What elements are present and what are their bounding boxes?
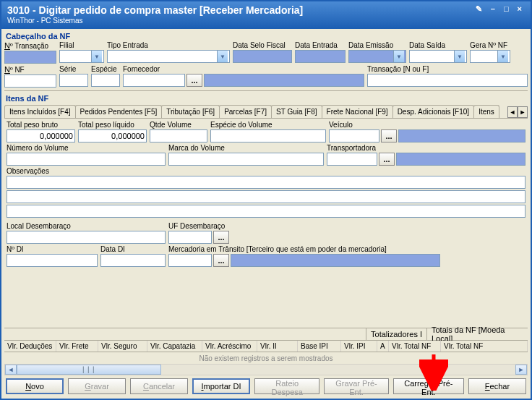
label-num-transacao: Nº Transação [4, 41, 56, 51]
veiculo-lookup-button[interactable]: ... [381, 129, 397, 142]
tabs: Itens Incluídos [F4] Pedidos Pendentes [… [4, 105, 528, 119]
importar-di-button[interactable]: Importar DI [192, 378, 250, 394]
gravar-button[interactable]: Gravar [68, 378, 126, 394]
section-itens: Itens da NF [4, 93, 528, 103]
scroll-thumb[interactable]: ┃┃┃ [17, 365, 161, 375]
data-di-input[interactable] [100, 254, 166, 267]
fornecedor-code-input[interactable] [123, 74, 185, 87]
col-ii[interactable]: Vlr. II [257, 341, 298, 352]
numero-volume-input[interactable] [7, 153, 166, 166]
tab-pedidos-pendentes[interactable]: Pedidos Pendentes [F5] [75, 105, 163, 118]
col-seguro[interactable]: Vlr. Seguro [98, 341, 147, 352]
label-data-di: Data DI [100, 245, 166, 254]
data-saida-combo[interactable]: ▼ [409, 50, 467, 63]
tab-desp-adicionais[interactable]: Desp. Adicionais [F10] [392, 105, 475, 118]
col-capatazia[interactable]: Vlr. Capatazia [147, 341, 202, 352]
label-num-nf: Nº NF [4, 65, 56, 75]
cancelar-button[interactable]: Cancelar [130, 378, 188, 394]
mercadoria-code-input[interactable] [168, 254, 212, 267]
num-nf-input[interactable] [4, 75, 56, 88]
fechar-button[interactable]: Fechar [468, 378, 526, 394]
mercadoria-name-input[interactable] [231, 254, 440, 267]
tab-scroll-left[interactable]: ◄ [507, 106, 518, 118]
total-liquido-input[interactable] [78, 129, 147, 142]
transportadora-code-input[interactable] [327, 153, 377, 166]
novo-button[interactable]: Novo [6, 378, 64, 394]
col-acrescimo[interactable]: Vlr. Acréscimo [202, 341, 257, 352]
veiculo-name-input[interactable] [398, 129, 525, 142]
edit-icon[interactable]: ✎ [473, 4, 485, 14]
chevron-down-icon: ▼ [91, 51, 102, 62]
especie-volume-input[interactable] [210, 129, 326, 142]
tab-parcelas[interactable]: Parcelas [F7] [219, 105, 272, 118]
tab-tributacao[interactable]: Tributação [F6] [161, 105, 220, 118]
scroll-left-button[interactable]: ◄ [5, 365, 17, 375]
maximize-button[interactable]: □ [501, 4, 512, 14]
tab-frete-nacional[interactable]: Frete Nacional [F9] [322, 105, 393, 118]
total-bruto-input[interactable] [7, 129, 75, 142]
serie-input[interactable] [59, 74, 88, 87]
num-transacao-input[interactable] [4, 51, 56, 64]
window-subtitle: WinThor - PC Sistemas [7, 17, 303, 25]
observacoes-line1[interactable] [7, 176, 525, 189]
transportadora-name-input[interactable] [396, 153, 525, 166]
gera-nf-combo[interactable]: ▼ [470, 50, 510, 63]
grid-empty-message: Não existem registros a serem mostrados [4, 352, 528, 364]
chevron-down-icon: ▼ [497, 51, 508, 62]
horizontal-scrollbar[interactable]: ◄ ┃┃┃ ► [4, 364, 528, 375]
titlebar: 3010 - Digitar pedido de compra master [… [1, 1, 531, 29]
col-deducoes[interactable]: Vlr. Deduções [4, 341, 56, 352]
marca-volume-input[interactable] [168, 153, 324, 166]
scroll-right-button[interactable]: ► [515, 365, 527, 375]
label-fornecedor: Fornecedor [123, 65, 364, 74]
transacao-nf-input[interactable] [367, 74, 528, 87]
chevron-down-icon: ▼ [393, 51, 404, 62]
col-vlr-ipi[interactable]: Vlr. IPI [341, 341, 377, 352]
tab-st-guia[interactable]: ST Guia [F8] [271, 105, 322, 118]
label-uf-desemb: UF Desembaraço [168, 222, 241, 231]
totalizadores-label1: Totalizadores I [366, 328, 426, 340]
data-entrada-input[interactable] [295, 50, 346, 63]
veiculo-code-input[interactable] [329, 129, 379, 142]
carregar-pre-ent-button[interactable]: Carregar Pré-Ent. [393, 378, 464, 394]
label-num-di: Nº DI [7, 245, 98, 254]
qtde-volume-input[interactable] [150, 129, 207, 142]
label-numero-volume: Número do Volume [7, 144, 166, 153]
window-title: 3010 - Digitar pedido de compra master [… [7, 4, 303, 16]
tab-itens-extra[interactable]: Itens [473, 105, 499, 118]
label-tipo-entrada: Tipo Entrada [107, 41, 230, 50]
data-selo-input[interactable] [233, 50, 292, 63]
col-total-nf[interactable]: Vlr. Total NF [389, 341, 441, 352]
num-di-input[interactable] [7, 254, 98, 267]
local-desemb-input[interactable] [7, 231, 166, 244]
gravar-pre-ent-button[interactable]: Gravar Pré-Ent. [324, 378, 388, 394]
uf-desemb-lookup-button[interactable]: ... [213, 231, 229, 244]
tipo-entrada-combo[interactable]: ▼ [107, 50, 230, 63]
tab-scroll-right[interactable]: ► [518, 106, 528, 118]
section-cabecalho: Cabeçalho da NF [4, 30, 528, 41]
label-local-desemb: Local Desembaraço [7, 222, 166, 231]
col-base-ipi[interactable]: Base IPI [298, 341, 341, 352]
fornecedor-lookup-button[interactable]: ... [186, 74, 202, 87]
rateio-despesa-button[interactable]: Rateio Despesa [254, 378, 319, 394]
label-filial: Filial [59, 41, 104, 50]
tab-itens-incluidos[interactable]: Itens Incluídos [F4] [4, 105, 76, 118]
col-total-nf2[interactable]: Vlr. Total NF [441, 341, 528, 352]
col-frete[interactable]: Vlr. Frete [56, 341, 98, 352]
transportadora-lookup-button[interactable]: ... [379, 153, 395, 166]
observacoes-line3[interactable] [7, 205, 525, 218]
filial-combo[interactable]: ▼ [59, 50, 104, 63]
label-total-bruto: Total peso bruto [7, 121, 75, 129]
mercadoria-lookup-button[interactable]: ... [213, 254, 229, 267]
close-button[interactable]: × [515, 4, 525, 14]
data-emissao-combo[interactable]: ▼ [348, 50, 406, 63]
label-transportadora: Transportadora [327, 144, 525, 153]
label-mercadoria-transito: Mercadoria em Trânsito [Terceiro que est… [168, 245, 525, 254]
totalizadores-label2: Totais da NF [Moeda Local] [426, 328, 528, 340]
uf-desemb-input[interactable] [168, 231, 212, 244]
fornecedor-name-input[interactable] [204, 74, 364, 87]
col-a[interactable]: A [377, 341, 389, 352]
especie-input[interactable] [91, 74, 120, 87]
minimize-button[interactable]: – [488, 4, 498, 14]
observacoes-line2[interactable] [7, 190, 525, 203]
